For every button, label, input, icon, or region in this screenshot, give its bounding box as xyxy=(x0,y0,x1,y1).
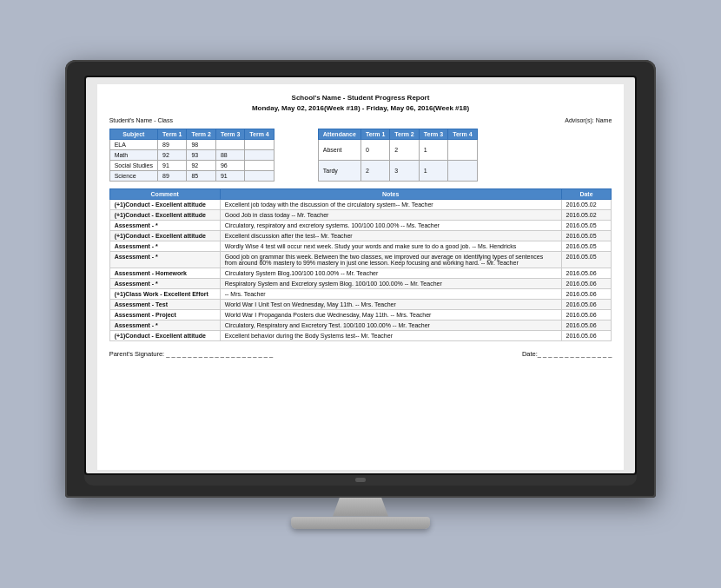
grades-col-term1: Term 1 xyxy=(158,129,187,139)
table-row: Math929388 xyxy=(109,149,274,160)
document-title: School's Name - Student Progress Report … xyxy=(109,93,612,114)
table-row: Assessment - * Wordly Wise 4 test will o… xyxy=(109,241,612,251)
grades-table: Subject Term 1 Term 2 Term 3 Term 4 ELA8… xyxy=(109,129,275,182)
signature-row: Parent's Signature: _ _ _ _ _ _ _ _ _ _ … xyxy=(109,350,612,358)
att-col-term1: Term 1 xyxy=(360,129,389,139)
document: School's Name - Student Progress Report … xyxy=(97,84,625,470)
table-row: Assessment - Project World War I Propaga… xyxy=(109,309,612,320)
grades-col-term3: Term 3 xyxy=(215,129,244,139)
table-row: Tardy231 xyxy=(318,160,477,181)
date-label: Date:_ _ _ _ _ _ _ _ _ _ _ _ _ _ xyxy=(522,350,612,358)
student-info: Student's Name - Class Advisor(s): Name xyxy=(109,117,612,123)
attendance-table: Attendance Term 1 Term 2 Term 3 Term 4 A… xyxy=(318,129,478,182)
table-row: Assessment - * Respiratory System and Ex… xyxy=(109,278,612,288)
table-row: (+1)Conduct - Excellent attitude Excelle… xyxy=(109,199,612,209)
comments-col-comment: Comment xyxy=(109,188,220,199)
advisor: Advisor(s): Name xyxy=(565,117,612,123)
table-row: (+1)Conduct - Excellent attitude Good Jo… xyxy=(109,209,612,220)
comments-col-notes: Notes xyxy=(220,188,561,199)
table-row: Assessment - Test World War I Unit Test … xyxy=(109,299,612,309)
table-row: ELA8998 xyxy=(109,139,274,149)
monitor-frame: School's Name - Student Progress Report … xyxy=(65,60,656,498)
table-row: (+1)Class Work - Excellent Effort -- Mrs… xyxy=(109,288,612,299)
tables-row: Subject Term 1 Term 2 Term 3 Term 4 ELA8… xyxy=(109,129,612,182)
monitor-bottom-bar xyxy=(84,475,637,486)
table-row: (+1)Conduct - Excellent attitude Excelle… xyxy=(109,330,612,340)
signature-label: Parent's Signature: _ _ _ _ _ _ _ _ _ _ … xyxy=(109,350,274,358)
table-row: Assessment - * Circulatory, Respiratory … xyxy=(109,320,612,330)
att-col-term4: Term 4 xyxy=(448,129,477,139)
table-row: Absent021 xyxy=(318,139,477,160)
grades-col-term2: Term 2 xyxy=(187,129,215,139)
monitor-base xyxy=(291,517,430,529)
grades-col-subject: Subject xyxy=(109,129,157,139)
monitor-neck xyxy=(326,498,395,517)
table-row: Science898591 xyxy=(109,170,274,181)
table-row: (+1)Conduct - Excellent attitude Excelle… xyxy=(109,230,612,241)
att-col-attendance: Attendance xyxy=(318,129,360,139)
table-row: Assessment - Homework Circulatory System… xyxy=(109,268,612,278)
table-row: Assessment - * Circulatory, respiratory … xyxy=(109,220,612,230)
comments-table: Comment Notes Date (+1)Conduct - Excelle… xyxy=(109,188,612,341)
att-col-term3: Term 3 xyxy=(419,129,447,139)
title-line2: Monday, May 02, 2016(Week #18) - Friday,… xyxy=(109,103,612,114)
grades-col-term4: Term 4 xyxy=(245,129,274,139)
table-row: Social Studies919296 xyxy=(109,160,274,170)
title-line1: School's Name - Student Progress Report xyxy=(109,93,612,103)
comments-col-date: Date xyxy=(561,188,612,199)
att-col-term2: Term 2 xyxy=(390,129,419,139)
table-row: Assessment - * Good job on grammar this … xyxy=(109,251,612,268)
monitor-power-button[interactable] xyxy=(355,478,366,482)
monitor-wrapper: School's Name - Student Progress Report … xyxy=(65,60,656,529)
student-name: Student's Name - Class xyxy=(109,117,173,123)
screen: School's Name - Student Progress Report … xyxy=(84,76,637,475)
